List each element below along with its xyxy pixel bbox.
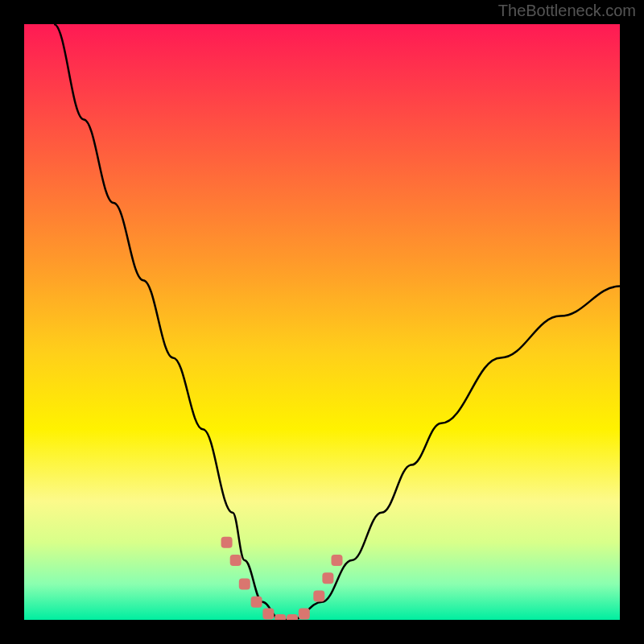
highlight-marker [230, 555, 242, 566]
highlight-marker [275, 614, 286, 620]
highlight-marker [262, 609, 274, 620]
highlight-marker [313, 590, 324, 601]
curve-line [54, 24, 620, 620]
plot-area [24, 24, 620, 620]
highlight-marker [287, 614, 298, 620]
watermark-text: TheBottleneck.com [498, 2, 636, 20]
highlight-marker [322, 572, 333, 584]
highlight-marker [239, 579, 250, 590]
highlight-marker [299, 609, 310, 620]
highlight-marker [251, 597, 262, 608]
highlight-marker [221, 537, 233, 548]
chart-container: TheBottleneck.com [0, 0, 644, 644]
highlight-marker [332, 555, 343, 566]
chart-svg [24, 24, 620, 620]
